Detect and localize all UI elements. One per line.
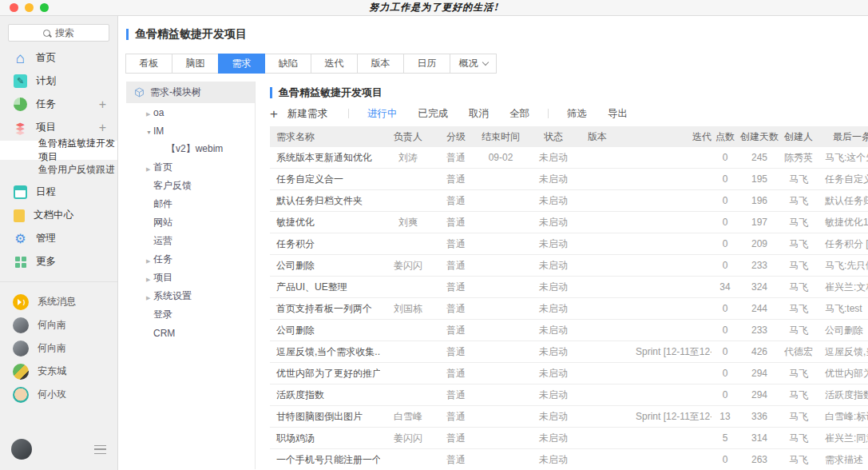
cell-name[interactable]: 默认任务归档文件夹 xyxy=(270,194,380,208)
tree-item[interactable]: 运营 xyxy=(126,232,255,250)
cell-name[interactable]: 产品UI、UE整理 xyxy=(270,281,380,294)
tab[interactable]: 需求 xyxy=(218,54,265,74)
tree-item[interactable]: 首页 xyxy=(126,158,255,177)
column-header-assignee[interactable]: 负责人 xyxy=(380,130,436,144)
column-header-last-comment[interactable]: 最后一条评论 xyxy=(817,130,868,144)
table-row[interactable]: 任务自定义合一 普通 未启动 0 195 马飞 任务自定义合一 xyxy=(270,169,868,190)
fullscreen-window-button[interactable] xyxy=(40,3,49,12)
table-row[interactable]: 逗屋反馈,当个需求收集... 普通 未启动 Sprint [12-11至12-1… xyxy=(270,341,868,363)
tree-item[interactable]: 项目 xyxy=(126,269,255,287)
tab[interactable]: 日历 xyxy=(403,54,450,74)
tab[interactable]: 迭代 xyxy=(311,54,358,74)
table-row[interactable]: 敏捷优化 刘爽 普通 未启动 0 197 马飞 敏捷优化1最后一 xyxy=(270,212,868,233)
column-header-created-days[interactable]: 创建天数 xyxy=(739,130,780,144)
sidebar-nav-item[interactable]: 首页 xyxy=(0,46,117,70)
close-window-button[interactable] xyxy=(10,3,18,12)
sidebar-nav-item[interactable]: 更多 xyxy=(0,250,117,273)
column-header-status[interactable]: 状态 xyxy=(525,130,581,144)
tree-arrow-icon[interactable] xyxy=(146,255,153,265)
column-header-points[interactable]: 点数 xyxy=(711,130,739,144)
contact-item[interactable]: 系统消息 xyxy=(0,290,117,313)
status-filter[interactable]: 进行中 xyxy=(367,107,398,121)
tree-arrow-icon[interactable] xyxy=(146,292,153,301)
contact-item[interactable]: 何向南 xyxy=(0,337,117,360)
table-row[interactable]: 甘特图脑图倒出图片 白雪峰 普通 未启动 Sprint [12-11至12-17… xyxy=(270,406,868,428)
sidebar-nav-item[interactable]: 日程 xyxy=(0,181,117,204)
add-icon[interactable] xyxy=(270,107,278,121)
table-action-button[interactable]: 筛选 xyxy=(567,107,587,121)
current-user-avatar[interactable] xyxy=(11,439,32,460)
tree-item[interactable]: oa xyxy=(126,103,255,121)
column-header-creator[interactable]: 创建人 xyxy=(780,130,817,144)
cell-name[interactable]: 任务自定义合一 xyxy=(270,173,380,186)
cell-name[interactable]: 系统版本更新通知优化 xyxy=(270,151,380,165)
cell-name[interactable]: 公司删除 xyxy=(270,259,380,273)
tab[interactable]: 版本 xyxy=(357,54,404,74)
table-row[interactable]: 一个手机号只能注册一个... 普通 未启动 0 263 马飞 需求描述 xyxy=(270,449,868,470)
module-tree-header[interactable]: 需求-模块树 xyxy=(126,82,255,103)
tab[interactable]: 脑图 xyxy=(172,54,219,74)
sidebar-nav-item[interactable]: 管理 xyxy=(0,227,117,250)
cell-name[interactable]: 敏捷优化 xyxy=(270,216,380,229)
search-input[interactable]: 搜索 xyxy=(8,24,109,42)
sidebar-nav-item[interactable]: 任务 xyxy=(0,93,117,116)
table-row[interactable]: 首页支持看板一列两个 刘国栋 普通 未启动 0 244 马飞 马飞:tes xyxy=(270,298,868,320)
tree-item[interactable]: 邮件 xyxy=(126,195,255,213)
cell-name[interactable]: 活跃度指数 xyxy=(270,388,380,402)
add-icon[interactable] xyxy=(99,98,106,111)
status-filter[interactable]: 已完成 xyxy=(418,107,448,121)
tree-item[interactable]: 系统设置 xyxy=(126,287,255,305)
contact-item[interactable]: 安东城 xyxy=(0,360,117,383)
table-row[interactable]: 职场鸡汤 姜闪闪 普通 未启动 5 314 马飞 崔兴兰:同意任务 xyxy=(270,428,868,449)
cell-name[interactable]: 逗屋反馈,当个需求收集... xyxy=(270,345,380,359)
tree-arrow-icon[interactable] xyxy=(146,126,153,136)
column-header-iteration[interactable]: 迭代 xyxy=(636,130,711,144)
minimize-window-button[interactable] xyxy=(25,3,34,12)
menu-icon[interactable] xyxy=(94,445,106,454)
tree-item[interactable]: IM xyxy=(126,121,255,140)
tree-arrow-icon[interactable] xyxy=(146,108,153,118)
cell-name[interactable]: 任务积分 xyxy=(270,237,380,251)
tree-item[interactable]: 网站 xyxy=(126,213,255,232)
sidebar-nav-item[interactable]: 计划 xyxy=(0,70,117,93)
tab[interactable]: 看板 xyxy=(125,54,172,74)
tree-item[interactable]: 任务 xyxy=(126,250,255,269)
table-row[interactable]: 公司删除 姜闪闪 普通 未启动 0 233 马飞 马飞:先只做注销 xyxy=(270,255,868,277)
status-filter[interactable]: 取消 xyxy=(469,107,489,121)
tree-arrow-icon[interactable] xyxy=(146,163,153,173)
sidebar-project-item[interactable]: 鱼骨精益敏捷开发项目 xyxy=(0,141,117,160)
tree-arrow-icon[interactable] xyxy=(146,273,153,283)
contact-item[interactable]: 何小玫 xyxy=(0,383,117,406)
column-header-version[interactable]: 版本 xyxy=(581,130,636,144)
column-header-name[interactable]: 需求名称 xyxy=(270,130,380,144)
table-row[interactable]: 产品UI、UE整理 普通 未启动 34 324 马飞 崔兴兰:文档中心 xyxy=(270,277,868,298)
sidebar-nav-item[interactable]: 项目 xyxy=(0,116,117,139)
cell-name[interactable]: 公司删除 xyxy=(270,324,380,337)
table-row[interactable]: 默认任务归档文件夹 普通 未启动 0 196 马飞 默认任务归档文件 xyxy=(270,190,868,212)
add-icon[interactable] xyxy=(99,121,106,134)
contact-item[interactable]: 何向南 xyxy=(0,313,117,337)
tree-item[interactable]: 【v2】webim xyxy=(126,140,255,158)
tab[interactable]: 缺陷 xyxy=(264,54,311,74)
new-requirement-button[interactable]: 新建需求 xyxy=(287,107,327,121)
table-row[interactable]: 优世内部为了更好的推广... 普通 未启动 0 294 马飞 优世内部为 xyxy=(270,363,868,384)
table-row[interactable]: 公司删除 普通 未启动 0 233 马飞 公司删除 xyxy=(270,320,868,341)
table-row[interactable]: 任务积分 普通 未启动 0 209 马飞 任务积分 [图片] xyxy=(270,233,868,255)
cell-name[interactable]: 一个手机号只能注册一个... xyxy=(270,453,380,467)
tree-item[interactable]: 登录 xyxy=(126,305,255,324)
sidebar-project-item[interactable]: 鱼骨用户反馈跟进 xyxy=(0,160,117,179)
tree-item[interactable]: CRM xyxy=(126,324,255,342)
tab[interactable]: 概况 xyxy=(450,54,497,74)
table-row[interactable]: 系统版本更新通知优化 刘涛 普通 09-02 未启动 0 245 陈秀英 马 xyxy=(270,147,868,169)
cell-name[interactable]: 甘特图脑图倒出图片 xyxy=(270,410,380,424)
cell-name[interactable]: 职场鸡汤 xyxy=(270,432,380,445)
table-row[interactable]: 活跃度指数 普通 未启动 0 294 马飞 活跃度指数 客户 xyxy=(270,384,868,406)
status-filter[interactable]: 全部 xyxy=(509,107,529,121)
cell-name[interactable]: 优世内部为了更好的推广... xyxy=(270,367,380,380)
column-header-priority[interactable]: 分级 xyxy=(436,130,476,144)
tree-item[interactable]: 客户反馈 xyxy=(126,177,255,195)
table-action-button[interactable]: 导出 xyxy=(608,107,628,121)
column-header-end-date[interactable]: 结束时间 xyxy=(476,130,525,144)
sidebar-nav-item[interactable]: 文档中心 xyxy=(0,204,117,227)
cell-name[interactable]: 首页支持看板一列两个 xyxy=(270,302,380,316)
